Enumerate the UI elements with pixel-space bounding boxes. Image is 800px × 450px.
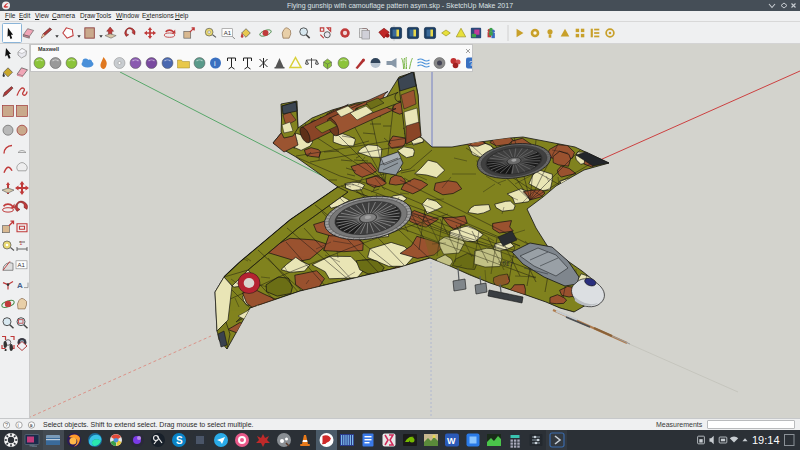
svg-text:1: 1 bbox=[20, 240, 23, 246]
svg-text:๑: ๑ bbox=[30, 422, 34, 428]
svg-text:?: ? bbox=[5, 422, 8, 428]
svg-text:A1: A1 bbox=[224, 30, 232, 36]
svg-text:W: W bbox=[447, 436, 456, 446]
svg-text:?: ? bbox=[469, 59, 472, 68]
svg-text:A1: A1 bbox=[18, 262, 26, 268]
svg-text:i: i bbox=[18, 422, 19, 428]
svg-text:A: A bbox=[17, 281, 23, 290]
svg-text:S: S bbox=[176, 435, 183, 446]
